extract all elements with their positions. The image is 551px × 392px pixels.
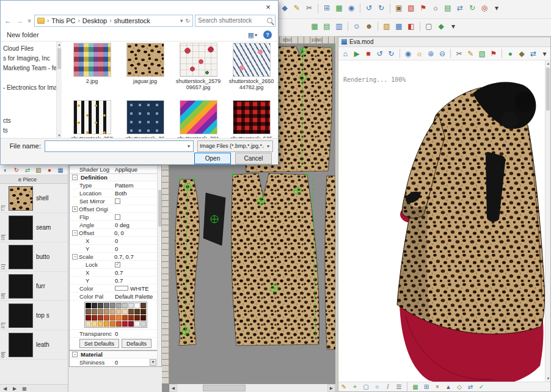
pen-3d-icon[interactable]: ✎ xyxy=(465,48,476,59)
avatar-icon[interactable]: ☺ xyxy=(351,21,362,32)
fabric-piece-icon[interactable]: ▧ xyxy=(34,165,43,175)
back-icon[interactable]: ← xyxy=(3,16,13,26)
scroll-up-button[interactable]: ▲ xyxy=(57,42,62,47)
pan-view-icon[interactable]: ▦ xyxy=(20,385,29,392)
palette-swatch[interactable] xyxy=(110,315,115,321)
flag-3d-icon[interactable]: ⚑ xyxy=(488,48,498,59)
palette-swatch[interactable] xyxy=(140,309,146,314)
property-row-offset[interactable]: − Offset 0, 0 xyxy=(70,229,161,237)
grid-bottom-icon[interactable]: ▦ xyxy=(411,383,420,391)
new-folder-button[interactable]: New folder xyxy=(7,31,39,38)
scroll-right-icon[interactable]: ▶ xyxy=(10,385,19,392)
up-tool-icon[interactable]: ▲ xyxy=(443,383,453,391)
model-3d-canvas[interactable]: Rendering... 100% xyxy=(338,60,545,382)
file-tile[interactable]: shutterstock_535 xyxy=(226,100,277,138)
file-tile[interactable]: shutterstock_36 xyxy=(120,100,170,138)
model-icon[interactable]: ☻ xyxy=(363,21,374,32)
table-icon[interactable]: ▦ xyxy=(334,2,345,13)
address-dropdown-icon[interactable]: ▾ xyxy=(180,18,183,24)
nav-pane-item[interactable]: cts xyxy=(1,116,62,126)
diamond-tool-icon[interactable]: ◆ xyxy=(436,21,447,32)
property-row-scale[interactable]: − Scale 0.7, 0.7 xyxy=(70,253,161,261)
more-tools-icon[interactable]: ▾ xyxy=(491,2,502,13)
settings-icon[interactable]: ☼ xyxy=(430,2,441,13)
set-defaults-button[interactable]: Set Defaults xyxy=(79,339,119,348)
file-name-combo[interactable]: ▾ xyxy=(45,140,194,152)
palette-swatch[interactable] xyxy=(110,321,115,327)
property-value[interactable]: 0 xyxy=(115,238,161,244)
palette-swatch[interactable] xyxy=(128,321,134,327)
horizontal-scrollbar-2d[interactable]: ◀ ▶ xyxy=(169,384,335,392)
palette-swatch[interactable] xyxy=(116,315,122,321)
palette-swatch[interactable] xyxy=(110,309,115,314)
palette-swatch[interactable] xyxy=(86,303,91,308)
circle-tool-icon[interactable]: ○ xyxy=(372,383,382,391)
palette-swatch[interactable] xyxy=(104,321,109,327)
property-row-type[interactable]: Type Pattern xyxy=(70,181,161,189)
property-row-shader[interactable]: Shader Log Applique xyxy=(70,165,161,173)
properties-scrollbar[interactable] xyxy=(157,165,161,366)
vertical-scrollbar-3d[interactable]: ▲ ▼ xyxy=(545,60,550,382)
rotate-icon[interactable]: ↻ xyxy=(467,2,478,13)
section-definition[interactable]: − Definition xyxy=(70,173,161,181)
property-row-color[interactable]: Color WHITE xyxy=(70,285,161,292)
property-value[interactable]: 0 xyxy=(115,330,161,337)
chart-icon[interactable]: ▤ xyxy=(442,2,453,13)
line-tool-icon[interactable]: / xyxy=(383,383,393,391)
breadcrumb-this-pc[interactable]: This PC xyxy=(51,17,75,24)
palette-swatch[interactable] xyxy=(134,321,140,327)
sync-icon[interactable]: ⇄ xyxy=(528,48,539,59)
color-piece-icon[interactable]: ● xyxy=(45,165,54,175)
palette-swatch[interactable] xyxy=(134,315,140,321)
property-value[interactable]: 0.7 xyxy=(115,269,161,276)
property-row-offset-x[interactable]: X 0 xyxy=(70,237,161,245)
search-box[interactable] xyxy=(195,15,276,27)
expand-icon[interactable]: + xyxy=(72,206,78,212)
property-row-transparency[interactable]: Transparenc 0 xyxy=(70,330,161,338)
help-icon[interactable]: ? xyxy=(263,31,272,39)
texture-3d-icon[interactable]: ▧ xyxy=(477,48,487,59)
palette-swatch[interactable] xyxy=(122,315,128,321)
texture-icon[interactable]: ▩ xyxy=(393,21,404,32)
property-row-offset-origin[interactable]: + Offset Origi xyxy=(70,205,161,213)
grain-marker-icon[interactable] xyxy=(211,216,218,223)
forward-icon[interactable]: → xyxy=(15,16,24,26)
property-row-color-palette[interactable]: Color Pal Default Palette xyxy=(70,292,161,300)
file-tile[interactable]: jaguar.jpg xyxy=(120,43,170,100)
nav-pane-item[interactable]: Cloud Files xyxy=(1,44,62,54)
views-button[interactable]: ▦ ▾ xyxy=(248,31,257,39)
palette-icon[interactable]: ▧ xyxy=(406,2,417,13)
flip-checkbox[interactable] xyxy=(115,214,120,220)
property-value[interactable]: 0 xyxy=(115,245,161,252)
palette-swatch[interactable] xyxy=(92,303,97,308)
add-point-icon[interactable]: + xyxy=(350,383,360,391)
palette-swatch[interactable] xyxy=(110,303,115,308)
flag-icon[interactable]: ⚑ xyxy=(418,2,429,13)
palette-swatch[interactable] xyxy=(116,321,122,327)
piece-row[interactable]: 18] furr xyxy=(0,272,68,301)
scissors-icon[interactable]: ✂ xyxy=(304,2,315,13)
breadcrumb-desktop[interactable]: Desktop xyxy=(82,17,107,24)
collapse-icon[interactable]: − xyxy=(72,254,78,260)
scroll-thumb[interactable] xyxy=(57,48,61,69)
palette-swatch[interactable] xyxy=(116,303,122,308)
piece-row[interactable]: 68] leath xyxy=(0,330,68,360)
property-row-angle[interactable]: Angle 0 deg xyxy=(70,221,161,229)
palette-swatch[interactable] xyxy=(128,303,134,308)
palette-swatch[interactable] xyxy=(140,315,146,321)
palette-swatch[interactable] xyxy=(98,321,103,327)
report-icon[interactable]: ▢ xyxy=(423,21,434,32)
nav-pane-scrollbar[interactable]: ▲ ▼ xyxy=(56,42,62,138)
nav-pane-item[interactable]: Marketing Team - feature i xyxy=(1,64,62,73)
palette-swatch[interactable] xyxy=(134,309,140,314)
model-3d-titlebar[interactable]: Eva.mod xyxy=(338,37,550,47)
scroll-right-button[interactable]: ▶ xyxy=(327,384,335,392)
breadcrumb[interactable]: › This PC › Desktop › shutterstock ▾ ↻ xyxy=(34,15,193,27)
color-swatch[interactable] xyxy=(115,286,128,291)
property-row-set-mirror[interactable]: Set Mirror xyxy=(70,197,161,205)
apply-icon[interactable]: ✓ xyxy=(476,383,486,391)
scroll-down-button[interactable]: ▼ xyxy=(546,376,551,382)
grid-piece-icon[interactable]: ▦ xyxy=(56,165,65,175)
nav-pane-item[interactable]: s for Imaging, Inc xyxy=(1,54,62,64)
palette-swatch[interactable] xyxy=(140,321,146,327)
